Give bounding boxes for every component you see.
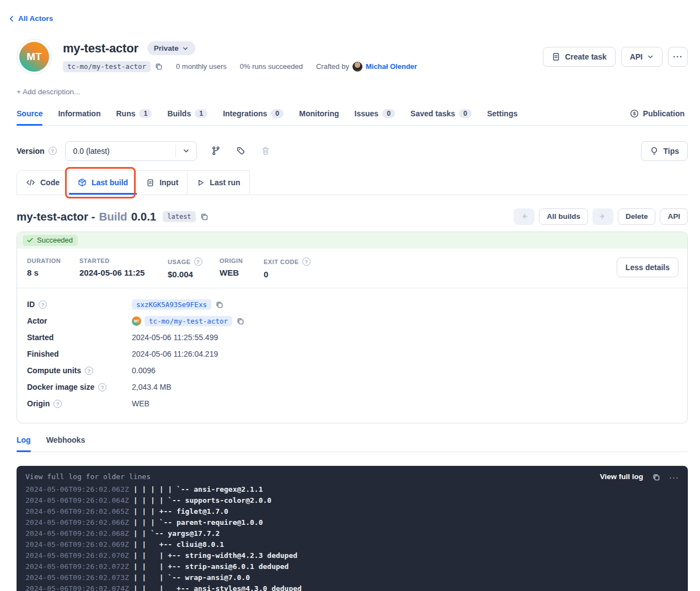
question-circle-icon[interactable]: ? xyxy=(194,257,202,266)
document-icon xyxy=(146,179,154,187)
dollar-circle-icon: $ xyxy=(630,109,639,118)
tab-source[interactable]: Source xyxy=(17,109,42,125)
detail-row-docker-image-size: Docker image size? 2,043.4 MB xyxy=(27,379,677,395)
view-older-lines-link[interactable]: View full log for older lines xyxy=(25,471,151,482)
page-title: my-test-actor xyxy=(63,41,138,56)
breadcrumb-label: All Actors xyxy=(18,14,53,23)
log-line: 2024-05-06T09:26:02.074Z | | | +-- ansi-… xyxy=(25,583,679,591)
detail-row-actor: Actor MT tc-mo/my-test-actor xyxy=(27,313,677,329)
more-actions-button[interactable]: ··· xyxy=(668,47,688,67)
question-circle-icon[interactable]: ? xyxy=(98,383,106,391)
version-select[interactable]: 0.0 (latest) xyxy=(65,141,197,161)
publication-link[interactable]: $ Publication xyxy=(630,109,685,125)
chevron-down-icon xyxy=(182,45,189,52)
detail-row-finished: Finished 2024-05-06 11:26:04.219 xyxy=(27,346,677,362)
status-strip: Succeeded xyxy=(17,232,687,249)
log-lines: 2024-05-06T09:26:02.062Z | | | | | `-- a… xyxy=(25,484,679,591)
tab-monitoring[interactable]: Monitoring xyxy=(299,109,339,125)
tab-information[interactable]: Information xyxy=(58,109,100,125)
copy-icon[interactable] xyxy=(200,212,209,221)
subtab-input[interactable]: Input xyxy=(137,170,188,195)
question-circle-icon[interactable]: ? xyxy=(54,400,62,408)
view-full-log-button[interactable]: View full log xyxy=(600,471,643,482)
integrations-count-badge: 0 xyxy=(271,109,284,118)
stat-duration: DURATION 8 s xyxy=(27,257,79,277)
create-task-button[interactable]: Create task xyxy=(543,47,616,67)
subtab-code[interactable]: Code xyxy=(17,170,69,195)
less-details-button[interactable]: Less details xyxy=(617,257,678,277)
tab-runs[interactable]: Runs1 xyxy=(116,109,152,125)
code-icon xyxy=(26,179,35,186)
subtab-last-build[interactable]: Last build xyxy=(69,170,137,195)
build-detail-rows: ID? sxzKGK5A93Se9FExs Actor MT tc-mo/my-… xyxy=(17,288,687,423)
tab-builds[interactable]: Builds1 xyxy=(167,109,207,125)
question-circle-icon[interactable]: ? xyxy=(49,147,57,155)
build-title-row: my-test-actor - Build 0.0.1 latest All b… xyxy=(17,208,688,225)
runs-succeeded-stat: 0% runs succeeded xyxy=(240,62,303,71)
builds-count-badge: 1 xyxy=(195,109,207,118)
build-id-badge: sxzKGK5A93Se9FExs xyxy=(132,299,211,310)
ellipsis-icon[interactable]: ··· xyxy=(669,472,679,482)
stat-started: STARTED 2024-05-06 11:25 xyxy=(79,257,168,277)
tips-button[interactable]: Tips xyxy=(641,141,688,161)
breadcrumb-all-actors[interactable]: All Actors xyxy=(8,14,53,23)
visibility-dropdown[interactable]: Private xyxy=(147,41,195,55)
monthly-users-stat: 0 monthly users xyxy=(176,62,227,71)
actor-mini-avatar: MT xyxy=(132,316,141,326)
tab-log[interactable]: Log xyxy=(17,436,31,452)
version-label: Version xyxy=(17,147,45,155)
log-line: 2024-05-06T09:26:02.073Z | | | `-- wrap-… xyxy=(25,572,679,583)
chevron-down-icon xyxy=(175,145,196,157)
all-builds-button[interactable]: All builds xyxy=(539,208,588,225)
stat-exit-code: EXIT CODE? 0 xyxy=(264,257,311,279)
author-link[interactable]: Michał Olender xyxy=(366,62,417,71)
subtab-last-run[interactable]: Last run xyxy=(188,170,249,195)
next-build-button[interactable] xyxy=(592,208,613,225)
copy-icon[interactable] xyxy=(652,473,660,481)
log-line: 2024-05-06T09:26:02.069Z | | +-- cliui@8… xyxy=(25,539,679,550)
latest-badge: latest xyxy=(163,211,195,222)
actor-header: MT my-test-actor Private tc-mo/my-test-a… xyxy=(17,39,688,74)
build-api-button[interactable]: API xyxy=(660,208,688,225)
question-circle-icon[interactable]: ? xyxy=(39,300,47,309)
add-description-link[interactable]: + Add description... xyxy=(17,88,688,96)
tab-integrations[interactable]: Integrations0 xyxy=(223,109,284,125)
status-badge: Succeeded xyxy=(23,235,78,246)
tab-issues[interactable]: Issues0 xyxy=(355,109,396,125)
document-icon xyxy=(552,52,560,61)
play-icon xyxy=(196,179,205,187)
trash-icon[interactable] xyxy=(261,146,270,155)
arrow-left-icon xyxy=(520,212,528,221)
detail-row-origin: Origin? WEB xyxy=(27,395,677,412)
tab-saved-tasks[interactable]: Saved tasks0 xyxy=(410,109,472,125)
build-title: my-test-actor - Build 0.0.1 latest xyxy=(17,210,209,223)
git-branch-icon[interactable] xyxy=(211,146,221,155)
tag-icon[interactable] xyxy=(236,146,245,155)
api-dropdown-button[interactable]: API xyxy=(621,47,662,67)
crafted-by-label: Crafted by xyxy=(316,62,349,71)
build-log-terminal: View full log for older lines View full … xyxy=(17,466,688,591)
copy-icon[interactable] xyxy=(236,317,244,325)
actor-link-badge[interactable]: tc-mo/my-test-actor xyxy=(145,316,232,326)
actor-name-badge: tc-mo/my-test-actor xyxy=(63,61,151,72)
log-line: 2024-05-06T09:26:02.062Z | | | | | `-- a… xyxy=(25,484,679,495)
check-icon xyxy=(26,237,34,244)
runs-count-badge: 1 xyxy=(139,109,152,118)
detail-row-started: Started 2024-05-06 11:25:55.499 xyxy=(27,329,677,346)
detail-row-compute-units: Compute units? 0.0096 xyxy=(27,362,677,379)
question-circle-icon[interactable]: ? xyxy=(302,257,311,266)
tab-settings[interactable]: Settings xyxy=(487,109,517,125)
copy-icon[interactable] xyxy=(215,300,223,309)
build-stats-row: DURATION 8 s STARTED 2024-05-06 11:25 US… xyxy=(17,249,687,288)
question-circle-icon[interactable]: ? xyxy=(85,367,93,375)
delete-build-button[interactable]: Delete xyxy=(618,208,656,225)
main-tabs: Source Information Runs1 Builds1 Integra… xyxy=(17,109,688,126)
arrow-right-icon xyxy=(599,212,607,221)
actor-build-page: All Actors MT my-test-actor Private tc-m… xyxy=(0,0,700,591)
source-subtabs: Code Last build Input Last run xyxy=(17,170,688,195)
previous-build-button[interactable] xyxy=(514,208,535,225)
tab-webhooks[interactable]: Webhooks xyxy=(46,436,86,452)
stat-origin: ORIGIN WEB xyxy=(220,257,264,277)
version-select-value: 0.0 (latest) xyxy=(66,147,175,155)
copy-icon[interactable] xyxy=(154,62,163,71)
